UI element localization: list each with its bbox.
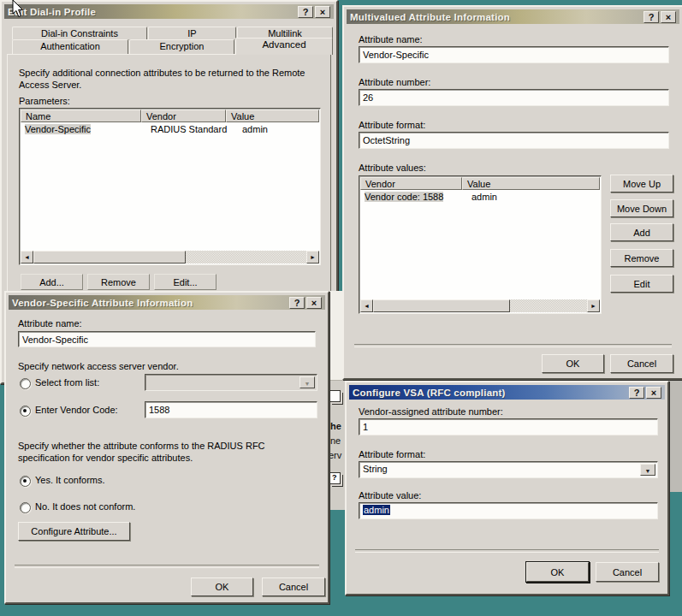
attribute-format-label: Attribute format: [359, 449, 425, 459]
configure-vsa-titlebar[interactable]: Configure VSA (RFC compliant) ? × [349, 385, 665, 400]
vendor-list-dropdown[interactable]: ▼ [145, 374, 317, 391]
help-document-icon: ? [329, 472, 341, 484]
document-stack-icon [329, 390, 341, 402]
attribute-number-label: Attribute number: [359, 77, 430, 87]
scroll-left-icon[interactable]: ◄ [21, 251, 33, 264]
yes-conforms-label: Yes. It conforms. [35, 475, 105, 485]
help-button[interactable]: ? [629, 387, 644, 399]
attribute-number-field[interactable] [359, 89, 669, 106]
conform-section-label: Specify whether the attribute conforms t… [18, 440, 316, 464]
tab-encryption[interactable]: Encryption [129, 39, 234, 55]
background-text-fragment: erv [329, 450, 341, 460]
scrollbar-thumb[interactable] [373, 299, 510, 312]
background-text-fragment: ne [330, 435, 341, 446]
cancel-button[interactable]: Cancel [610, 354, 673, 373]
ok-button[interactable]: OK [542, 354, 604, 373]
attribute-format-value: String [363, 464, 388, 474]
select-from-list-label: Select from list: [35, 377, 99, 388]
multivalued-dialog-titlebar[interactable]: Multivalued Attribute Information ? × [347, 9, 679, 24]
multivalued-attribute-dialog: Multivalued Attribute Information ? × At… [342, 5, 682, 380]
parameter-vendor-cell: RADIUS Standard [147, 123, 239, 135]
chevron-down-icon[interactable]: ▼ [299, 376, 315, 388]
vendor-assigned-number-field[interactable] [359, 418, 658, 435]
attribute-value-field[interactable]: admin [359, 502, 658, 519]
close-button[interactable]: × [315, 6, 330, 18]
scrollbar-thumb[interactable] [33, 251, 186, 264]
scroll-right-icon[interactable]: ► [587, 299, 600, 312]
multivalued-dialog-title: Multivalued Attribute Information [350, 12, 510, 22]
values-header-row: Vendor Value [360, 177, 600, 190]
parameters-label: Parameters: [19, 96, 70, 106]
vendor-assigned-number-label: Vendor-assigned attribute number: [359, 406, 503, 417]
remove-button[interactable]: Remove [87, 274, 150, 290]
tab-dial-in-constraints[interactable]: Dial-in Constraints [12, 27, 147, 40]
no-conforms-radio[interactable] [20, 502, 31, 513]
remove-button[interactable]: Remove [610, 249, 673, 267]
attribute-format-field[interactable] [359, 132, 669, 149]
attribute-value-label: Attribute value: [359, 490, 421, 500]
edit-dialog-titlebar[interactable]: Edit Dial-in Profile ? × [4, 4, 334, 19]
attribute-values-label: Attribute values: [359, 163, 426, 173]
add-button[interactable]: Add [610, 223, 673, 241]
attribute-format-dropdown[interactable]: String ▼ [359, 461, 658, 478]
vendor-specific-dialog-title: Vendor-Specific Attribute Information [12, 298, 193, 308]
close-button[interactable]: × [306, 297, 322, 309]
values-horizontal-scrollbar[interactable]: ◄ ► [360, 299, 600, 312]
divider [354, 344, 672, 347]
close-button[interactable]: × [646, 387, 661, 399]
cancel-button[interactable]: Cancel [262, 578, 325, 596]
divider [15, 565, 319, 568]
tab-advanced[interactable]: Advanced [235, 38, 333, 55]
cancel-button[interactable]: Cancel [596, 562, 659, 582]
attribute-name-field[interactable] [359, 46, 669, 63]
mouse-cursor-icon [12, 0, 26, 19]
no-conforms-label: No. It does not conform. [35, 501, 135, 512]
vendor-code-field[interactable] [145, 401, 317, 418]
value-cell: admin [468, 191, 501, 203]
scroll-left-icon[interactable]: ◄ [360, 299, 373, 312]
scrollbar-track[interactable] [510, 299, 587, 312]
ok-button[interactable]: OK [526, 562, 589, 582]
close-button[interactable]: × [661, 11, 676, 23]
help-button[interactable]: ? [289, 297, 305, 309]
help-button[interactable]: ? [298, 6, 313, 18]
parameters-listview[interactable]: Name Vendor Value Vendor-Specific RADIUS… [19, 108, 321, 265]
parameters-horizontal-scrollbar[interactable]: ◄ ► [21, 251, 319, 264]
advanced-description: Specify additional connection attributes… [19, 67, 314, 91]
chevron-down-icon[interactable]: ▼ [640, 464, 655, 476]
tab-ip[interactable]: IP [148, 27, 236, 40]
yes-conforms-radio[interactable] [20, 476, 31, 487]
move-down-button[interactable]: Move Down [610, 199, 673, 217]
configure-vsa-dialog: Configure VSA (RFC compliant) ? × Vendor… [345, 381, 669, 595]
parameters-row[interactable]: Vendor-Specific RADIUS Standard admin [21, 123, 271, 135]
parameter-value-cell: admin [239, 123, 271, 135]
add-button[interactable]: Add... [21, 274, 83, 290]
column-header-name[interactable]: Name [21, 110, 141, 122]
column-header-vendor[interactable]: Vendor [360, 177, 462, 190]
column-header-vendor[interactable]: Vendor [141, 110, 226, 122]
configure-attribute-button[interactable]: Configure Attribute... [18, 522, 130, 541]
vendor-specific-dialog-titlebar[interactable]: Vendor-Specific Attribute Information ? … [9, 295, 325, 310]
scroll-right-icon[interactable]: ► [306, 251, 319, 264]
question-mark-icon: ? [332, 473, 337, 482]
edit-button[interactable]: Edit... [154, 274, 216, 290]
scrollbar-track[interactable] [186, 251, 306, 264]
ok-button[interactable]: OK [191, 578, 253, 596]
attribute-name-field[interactable] [18, 331, 316, 347]
parameter-name-cell: Vendor-Specific [25, 124, 91, 134]
select-from-list-radio[interactable] [20, 378, 31, 389]
tab-authentication[interactable]: Authentication [12, 39, 128, 55]
attribute-name-label: Attribute name: [359, 34, 423, 44]
column-header-value[interactable]: Value [226, 110, 319, 122]
vendor-section-label: Specify network access server vendor. [18, 361, 179, 371]
enter-vendor-code-radio[interactable] [20, 406, 31, 417]
help-button[interactable]: ? [643, 11, 659, 23]
background-text-fragment: he [330, 421, 341, 431]
move-up-button[interactable]: Move Up [610, 175, 673, 192]
attribute-values-listview[interactable]: Vendor Value Vendor code: 1588 admin ◄ ► [359, 175, 602, 314]
divider [355, 549, 659, 553]
column-header-value[interactable]: Value [462, 177, 600, 190]
attribute-name-label: Attribute name: [18, 318, 82, 329]
edit-button[interactable]: Edit [610, 275, 673, 293]
attribute-value-row[interactable]: Vendor code: 1588 admin [361, 191, 501, 203]
